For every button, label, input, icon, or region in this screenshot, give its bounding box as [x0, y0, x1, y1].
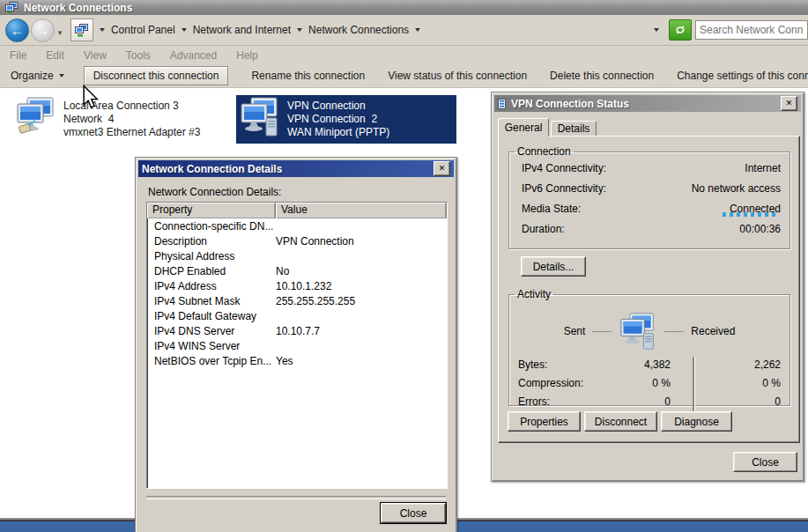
properties-button[interactable]: Properties: [508, 411, 581, 432]
window-title: Network Connections: [24, 2, 132, 14]
disconnect-connection-button[interactable]: Disconnect this connection: [84, 66, 229, 85]
network-monitors-icon: [5, 2, 19, 14]
close-icon[interactable]: ✕: [781, 96, 797, 111]
ipv6-connectivity-value: No network access: [692, 182, 781, 195]
details-label: Network Connection Details:: [148, 186, 281, 198]
bytes-sent-value: 4,382: [602, 358, 671, 371]
organize-dropdown-icon: [59, 74, 64, 78]
bytes-label: Bytes:: [518, 358, 602, 371]
connection-tile-lan[interactable]: Local Area Connection 3 Network 4 vmxnet…: [12, 95, 233, 144]
property-column-header[interactable]: Property: [147, 203, 276, 218]
back-button[interactable]: ←: [5, 18, 29, 42]
table-row[interactable]: Physical Address: [147, 248, 447, 263]
network-connections-window: Network Connections ← → ▼ Control Panel …: [0, 0, 808, 532]
table-row[interactable]: IPv4 Address10.10.1.232: [147, 278, 447, 293]
menu-view[interactable]: View: [84, 49, 107, 62]
details-button[interactable]: Details...: [521, 256, 586, 277]
vpn-status-dialog: VPN Connection Status ✕ Details General …: [491, 92, 804, 482]
errors-label: Errors:: [518, 395, 602, 408]
organize-button[interactable]: Organize: [11, 70, 64, 82]
breadcrumb-network-connections[interactable]: Network Connections: [308, 24, 409, 36]
menu-tools[interactable]: Tools: [126, 49, 151, 62]
compression-sent-value: 0 %: [602, 377, 671, 389]
history-dropdown-chevron[interactable]: ▼: [56, 29, 63, 37]
command-toolbar: Organize Disconnect this connection Rena…: [0, 64, 808, 88]
table-row[interactable]: Connection-specific DN...: [147, 218, 447, 233]
view-status-button[interactable]: View status of this connection: [388, 70, 527, 82]
duration-label: Duration:: [522, 223, 565, 235]
menu-advanced[interactable]: Advanced: [170, 49, 217, 62]
bytes-received-value: 2,262: [708, 358, 781, 371]
tab-general[interactable]: General: [498, 118, 549, 137]
received-dash: [664, 331, 684, 332]
ipv6-connectivity-label: IPv6 Connectivity:: [522, 182, 606, 195]
connection-device: vmxnet3 Ethernet Adapter #3: [63, 126, 200, 139]
breadcrumb-separator-icon[interactable]: [297, 28, 302, 32]
connection-tile-vpn[interactable]: VPN Connection VPN Connection 2 WAN Mini…: [236, 95, 456, 144]
media-state-label: Media State:: [522, 203, 581, 215]
table-row[interactable]: IPv4 Subnet Mask255.255.255.255: [147, 293, 447, 308]
search-input[interactable]: [695, 20, 808, 40]
delete-connection-button[interactable]: Delete this connection: [550, 70, 654, 82]
breadcrumb-separator-icon[interactable]: [182, 28, 187, 32]
received-label: Received: [691, 325, 735, 337]
table-row[interactable]: IPv4 DNS Server10.10.7.7: [147, 323, 447, 338]
connected-dotted-annotation: [723, 212, 775, 217]
connection-name: VPN Connection: [287, 100, 389, 113]
dialog-title: Network Connection Details: [142, 163, 430, 175]
refresh-button[interactable]: [669, 19, 692, 41]
forward-button[interactable]: →: [31, 18, 55, 42]
table-row[interactable]: IPv4 WINS Server: [147, 338, 447, 353]
activity-computers-icon: [619, 313, 657, 350]
table-row[interactable]: DescriptionVPN Connection: [147, 233, 447, 248]
connection-group: Connection IPv4 Connectivity: Internet I…: [508, 145, 790, 249]
address-dropdown-icon[interactable]: [100, 28, 105, 32]
menu-edit[interactable]: Edit: [46, 49, 64, 62]
details-listview: Property Value Connection-specific DN...…: [146, 202, 448, 489]
errors-received-value: 0: [708, 395, 781, 408]
table-row[interactable]: DHCP EnabledNo: [147, 263, 447, 278]
connection-group-label: Connection: [515, 145, 574, 158]
mouse-cursor: [82, 85, 99, 113]
compression-label: Compression:: [518, 377, 602, 389]
refresh-icon: [674, 24, 686, 36]
breadcrumb-dropdown-icon[interactable]: [415, 28, 420, 32]
tab-details[interactable]: Details: [551, 121, 597, 137]
sent-dash: [592, 331, 612, 332]
rename-connection-button[interactable]: Rename this connection: [251, 70, 365, 82]
separator: [146, 496, 446, 499]
menu-bar: File Edit View Tools Advanced Help: [0, 46, 808, 64]
connection-details-dialog: Network Connection Details ✕ Network Con…: [135, 157, 457, 532]
value-column-header[interactable]: Value: [276, 203, 447, 218]
sent-label: Sent: [564, 325, 586, 337]
connection-network: Network 4: [63, 113, 200, 126]
activity-group-label: Activity: [515, 288, 553, 300]
change-settings-button[interactable]: Change settings of this connection: [677, 70, 808, 82]
table-row[interactable]: IPv4 Default Gateway: [147, 308, 447, 323]
menu-help[interactable]: Help: [236, 49, 258, 62]
disconnect-button[interactable]: Disconnect: [584, 411, 657, 432]
diagnose-button[interactable]: Diagnose: [661, 411, 732, 432]
activity-group: Activity Sent Received Bytes: 4,382 2,26…: [508, 288, 790, 406]
window-titlebar: Network Connections: [0, 0, 808, 15]
menu-file[interactable]: File: [10, 49, 26, 62]
address-history-dropdown-icon[interactable]: [654, 28, 659, 32]
lan-adapter-icon: [16, 97, 56, 137]
details-titlebar: Network Connection Details ✕: [138, 160, 454, 177]
ipv4-connectivity-label: IPv4 Connectivity:: [522, 162, 606, 174]
close-button[interactable]: Close: [381, 503, 446, 523]
address-location-icon[interactable]: [70, 18, 93, 41]
dialup-icon: [498, 99, 508, 109]
dialog-title: VPN Connection Status: [511, 98, 777, 110]
ipv4-connectivity-value: Internet: [745, 162, 781, 174]
breadcrumb-network-and-internet[interactable]: Network and Internet: [193, 24, 291, 36]
close-icon[interactable]: ✕: [434, 161, 450, 176]
duration-value: 00:00:36: [739, 223, 781, 235]
compression-received-value: 0 %: [708, 377, 781, 389]
navigation-bar: ← → ▼ Control Panel Network and Internet…: [0, 15, 808, 46]
vpn-adapter-icon: [240, 97, 280, 137]
errors-sent-value: 0: [602, 395, 671, 408]
close-button[interactable]: Close: [733, 452, 797, 472]
breadcrumb-control-panel[interactable]: Control Panel: [111, 24, 175, 36]
table-row[interactable]: NetBIOS over Tcpip En...Yes: [147, 353, 447, 368]
